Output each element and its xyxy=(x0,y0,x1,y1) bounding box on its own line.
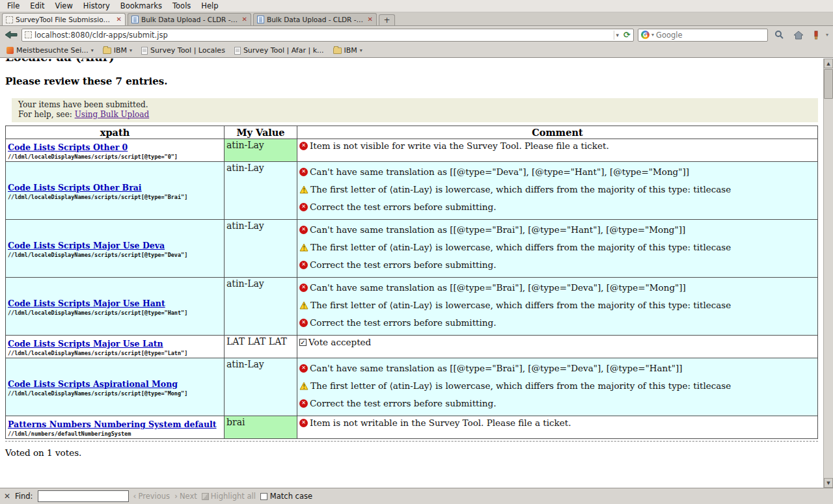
xpath-link[interactable]: Code Lists Scripts Other 0 xyxy=(8,143,128,152)
customize-icon[interactable] xyxy=(810,31,822,40)
comment-line: ✕ Item is not writable in the Survey Too… xyxy=(299,418,815,428)
xpath-code: //ldml/localeDisplayNames/scripts/script… xyxy=(8,310,222,316)
match-case-option[interactable]: Match case xyxy=(260,492,312,501)
xpath-code: //ldml/localeDisplayNames/scripts/script… xyxy=(8,350,222,356)
find-next-button[interactable]: › Next xyxy=(174,492,197,501)
comment-text: Vote accepted xyxy=(308,337,371,347)
bookmark-folder-ibm-1[interactable]: IBM ▾ xyxy=(99,46,136,55)
bookmark-label: IBM xyxy=(344,46,357,55)
menu-file[interactable]: File xyxy=(2,0,25,12)
value-cell: atin-Lay xyxy=(225,278,297,336)
url-bar[interactable]: ▾ ⟳ xyxy=(21,29,634,42)
close-find-bar-icon[interactable]: ✕ xyxy=(4,492,10,501)
menu-bookmarks[interactable]: Bookmarks xyxy=(115,0,167,12)
comment-text: Can't have same translation as [[@type="… xyxy=(310,363,682,373)
bookmark-folder-ibm-2[interactable]: IBM ▾ xyxy=(329,46,366,55)
menu-view[interactable]: View xyxy=(50,0,78,12)
comment-line: ✕ Correct the test errors before submitt… xyxy=(299,398,815,408)
comment-line: ! The first letter of ⟨atin-Lay⟩ is lowe… xyxy=(299,242,815,252)
scroll-up-button[interactable]: ▲ xyxy=(824,59,833,68)
menu-help[interactable]: Help xyxy=(196,0,223,12)
search-input[interactable] xyxy=(656,31,765,40)
tab-title: SurveyTool File Submission | ... xyxy=(16,16,114,23)
bookmark-most-visited[interactable]: Meistbesuchte Sei... ▾ xyxy=(3,46,98,55)
comment-line: ✕ Correct the test errors before submitt… xyxy=(299,259,815,270)
tab-title: Bulk Data Upload - CLDR - Un... xyxy=(267,16,365,23)
scroll-down-button[interactable]: ▼ xyxy=(824,478,833,488)
column-header-comment: Comment xyxy=(297,126,818,139)
error-icon: ✕ xyxy=(299,226,308,234)
bookmark-label: Meistbesuchte Sei... xyxy=(16,46,89,55)
info-line-help: For help, see: Using Bulk Upload xyxy=(18,110,812,120)
close-icon[interactable]: ✕ xyxy=(368,16,373,23)
menu-history[interactable]: History xyxy=(78,0,115,12)
bookmark-label: Survey Tool | Afar | k... xyxy=(243,46,324,55)
clipped-heading: Locale: aa (Afar) xyxy=(5,59,823,64)
value-cell: brai xyxy=(225,416,297,439)
xpath-code: //ldml/localeDisplayNames/scripts/script… xyxy=(8,194,222,200)
tab-bar: SurveyTool File Submission | ... ✕ Bulk … xyxy=(0,12,833,26)
search-engine-dropdown-icon[interactable]: ▾ xyxy=(651,32,654,38)
xpath-link[interactable]: Patterns Numbers Numbering System defaul… xyxy=(8,420,217,429)
info-line-submitted: Your items have been submitted. xyxy=(18,100,812,110)
xpath-code: //ldml/numbers/defaultNumberingSystem xyxy=(8,431,222,437)
page-search-icon[interactable] xyxy=(772,30,787,40)
tab-bulk-data-upload-1[interactable]: Bulk Data Upload - CLDR - Un... ✕ xyxy=(128,13,251,25)
menu-edit[interactable]: Edit xyxy=(25,0,49,12)
toolbar-overflow-chevron-icon[interactable]: ▾ xyxy=(826,32,828,38)
error-icon: ✕ xyxy=(299,399,308,408)
folder-icon xyxy=(103,47,111,54)
tab-surveytool-file-submission[interactable]: SurveyTool File Submission | ... ✕ xyxy=(2,13,126,25)
xpath-link[interactable]: Code Lists Scripts Aspirational Mong xyxy=(8,380,178,389)
xpath-link[interactable]: Code Lists Scripts Major Use Latn xyxy=(8,339,163,349)
table-row: Code Lists Scripts Aspirational Mong //l… xyxy=(6,358,818,416)
table-row: Code Lists Scripts Major Use Latn //ldml… xyxy=(6,336,818,358)
highlight-all-button[interactable]: Highlight all xyxy=(202,492,256,501)
tab-bulk-data-upload-2[interactable]: Bulk Data Upload - CLDR - Un... ✕ xyxy=(253,13,377,25)
reload-icon[interactable]: ⟳ xyxy=(623,31,631,39)
xpath-link[interactable]: Code Lists Scripts Major Use Hant xyxy=(8,299,165,308)
close-icon[interactable]: ✕ xyxy=(242,16,247,23)
bookmark-survey-tool-locales[interactable]: Survey Tool | Locales xyxy=(137,46,229,55)
home-icon[interactable] xyxy=(791,31,806,40)
using-bulk-upload-link[interactable]: Using Bulk Upload xyxy=(75,110,150,119)
vertical-scrollbar[interactable]: ▲ ▼ xyxy=(823,59,833,488)
checkbox-checked-icon: ✓ xyxy=(299,339,307,346)
error-icon: ✕ xyxy=(299,203,308,211)
match-case-checkbox[interactable] xyxy=(260,493,267,500)
comment-text: Correct the test errors before submittin… xyxy=(310,259,496,270)
new-tab-button[interactable]: + xyxy=(379,14,395,25)
svg-text:!: ! xyxy=(303,384,305,390)
value-cell: atin-Lay xyxy=(225,358,297,416)
find-label: Find: xyxy=(15,492,33,501)
menu-tools[interactable]: Tools xyxy=(167,0,196,12)
xpath-link[interactable]: Code Lists Scripts Major Use Deva xyxy=(8,241,165,250)
comment-text: The first letter of ⟨atin-Lay⟩ is lowerc… xyxy=(310,380,731,391)
chevron-down-icon: ▾ xyxy=(91,47,94,53)
scrollbar-thumb[interactable] xyxy=(824,69,833,99)
comment-text: Correct the test errors before submittin… xyxy=(310,398,496,408)
close-icon[interactable]: ✕ xyxy=(116,16,122,23)
comment-line: ✕ Can't have same translation as [[@type… xyxy=(299,363,815,373)
find-bar: ✕ Find: ‹ Previous › Next Highlight all … xyxy=(0,488,833,504)
search-bar[interactable]: G ▾ xyxy=(638,29,768,42)
comment-text: Can't have same translation as [[@type="… xyxy=(310,282,686,293)
highlighter-icon xyxy=(202,493,209,500)
bookmark-survey-tool-afar[interactable]: Survey Tool | Afar | k... xyxy=(230,46,328,55)
table-row: Code Lists Scripts Other 0 //ldml/locale… xyxy=(6,139,818,162)
scrollbar-track[interactable] xyxy=(824,68,833,478)
url-input[interactable] xyxy=(34,31,611,40)
tab-title: Bulk Data Upload - CLDR - Un... xyxy=(141,16,239,23)
url-dropdown-icon[interactable]: ▾ xyxy=(614,31,621,40)
xpath-link[interactable]: Code Lists Scripts Other Brai xyxy=(8,183,142,192)
error-icon: ✕ xyxy=(299,319,308,327)
find-input[interactable] xyxy=(38,490,129,502)
folder-icon xyxy=(333,47,342,54)
error-icon: ✕ xyxy=(299,168,308,176)
column-header-xpath: xpath xyxy=(6,126,225,139)
warning-icon: ! xyxy=(299,382,308,390)
find-previous-button[interactable]: ‹ Previous xyxy=(133,492,171,501)
back-button[interactable] xyxy=(5,30,18,40)
error-icon: ✕ xyxy=(299,419,308,427)
document-favicon-icon xyxy=(131,16,139,23)
